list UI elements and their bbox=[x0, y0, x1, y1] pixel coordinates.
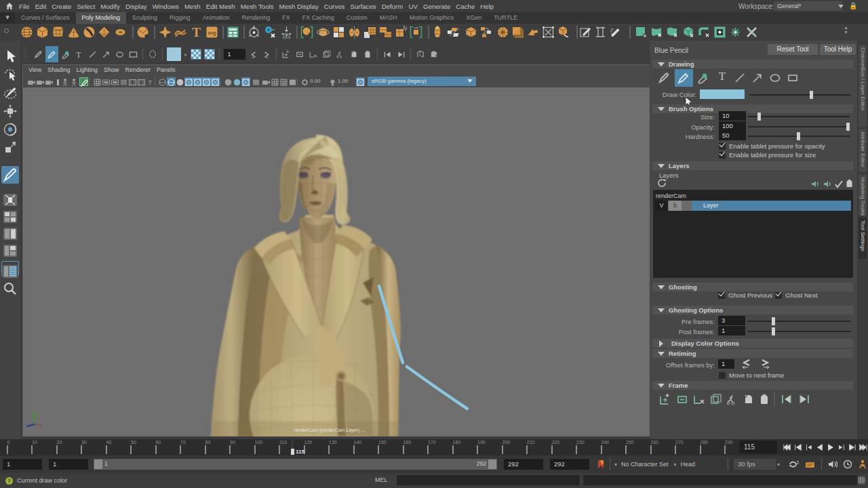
svg-text:renderCam (renderCam Layer) ..: renderCam (renderCam Layer) ... bbox=[294, 428, 365, 433]
svg-text:T: T bbox=[149, 79, 153, 86]
svg-text:svg: svg bbox=[208, 30, 216, 36]
svg-text:T: T bbox=[192, 25, 201, 39]
svg-text:0,0,0: 0,0,0 bbox=[282, 35, 290, 39]
